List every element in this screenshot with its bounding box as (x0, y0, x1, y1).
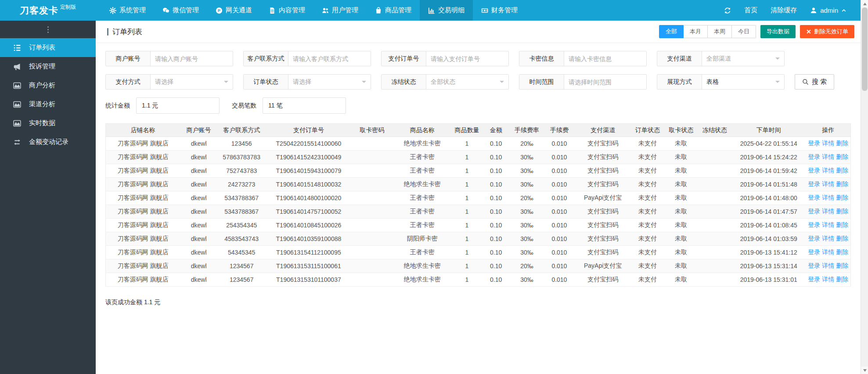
detail-link[interactable]: 详情 (822, 153, 834, 160)
scrollbar-down-arrow[interactable] (861, 367, 868, 374)
page-header: 订单列表 全部本月本周今日 导出数据 删除无效订单 (96, 21, 861, 43)
filter-time-range-label: 时间范围 (519, 75, 564, 89)
top-menu-finance[interactable]: 财务管理 (473, 0, 526, 21)
user-icon (810, 7, 817, 14)
range-tab-all[interactable]: 全部 (659, 25, 684, 38)
clear-cache-link[interactable]: 清除缓存 (771, 6, 797, 14)
login-link[interactable]: 登录 (808, 276, 820, 283)
cell-merchant: dkewl (180, 137, 217, 151)
sidebar-item-label: 渠道分析 (29, 100, 55, 108)
delete-link[interactable]: 删除 (836, 140, 848, 147)
cell-order_no: T190614010845100026 (266, 219, 351, 232)
delete-link[interactable]: 删除 (836, 276, 848, 283)
delete-link[interactable]: 删除 (836, 248, 848, 255)
delete-link[interactable]: 删除 (836, 208, 848, 215)
cell-shop: 刀客源码网 旗舰店 (106, 178, 180, 191)
area-chart-icon (13, 82, 21, 90)
detail-link[interactable]: 详情 (822, 194, 834, 201)
cell-order_status: 未支付 (631, 178, 664, 191)
login-link[interactable]: 登录 (808, 167, 820, 174)
login-link[interactable]: 登录 (808, 248, 820, 255)
sidebar-collapse-dots[interactable] (0, 21, 96, 38)
cell-merchant: dkewl (180, 259, 217, 273)
top-menu-trade[interactable]: 交易明细 (420, 0, 473, 21)
search-button[interactable]: 搜 索 (795, 74, 834, 90)
detail-link[interactable]: 详情 (822, 180, 834, 187)
payment-channel-select[interactable]: 全部渠道 (702, 51, 784, 66)
cell-shop: 刀客源码网 旗舰店 (106, 273, 180, 287)
order-status-select[interactable]: 请选择 (288, 75, 371, 89)
refresh-icon[interactable] (724, 7, 731, 14)
login-link[interactable]: 登录 (808, 140, 820, 147)
cell-card_code (351, 232, 392, 246)
scrollbar-thumb[interactable] (862, 7, 868, 91)
delete-link[interactable]: 删除 (836, 180, 848, 187)
freeze-status-select[interactable]: 全部状态 (426, 75, 508, 89)
sidebar-item-complaint[interactable]: 投诉管理 (0, 57, 96, 76)
time-range-input[interactable] (569, 79, 642, 86)
top-menu-gateway[interactable]: P网关通道 (207, 0, 260, 21)
top-menu-content[interactable]: 内容管理 (260, 0, 313, 21)
top-menu-goods[interactable]: 商品管理 (367, 0, 420, 21)
detail-link[interactable]: 详情 (822, 235, 834, 242)
cell-product: 王者卡密 (393, 205, 452, 219)
export-data-button[interactable]: 导出数据 (760, 25, 796, 38)
sidebar-item-merchant-analysis[interactable]: 商户分析 (0, 76, 96, 95)
sidebar-item-order-list[interactable]: 订单列表 (0, 38, 96, 57)
delete-invalid-orders-button[interactable]: 删除无效订单 (800, 25, 854, 38)
detail-link[interactable]: 详情 (822, 248, 834, 255)
sidebar-item-balance-log[interactable]: 金额变动记录 (0, 133, 96, 151)
login-link[interactable]: 登录 (808, 153, 820, 160)
detail-link[interactable]: 详情 (822, 221, 834, 228)
cell-card_status: 未取 (664, 191, 698, 205)
user-menu[interactable]: admin (810, 7, 846, 14)
card-info-input[interactable] (569, 55, 642, 62)
cell-time: 2019-06-13 15:31:14 (731, 259, 806, 273)
cell-channel: PayApi支付宝 (575, 191, 631, 205)
customer-contact-input[interactable] (293, 55, 366, 62)
cell-actions: 登录详情删除 (806, 246, 851, 259)
cell-qty: 1 (452, 151, 482, 164)
detail-link[interactable]: 详情 (822, 140, 834, 147)
filter-display-mode-label: 展现方式 (657, 75, 702, 89)
detail-link[interactable]: 详情 (822, 262, 834, 269)
display-mode-select[interactable]: 表格 (702, 75, 784, 89)
delete-link[interactable]: 删除 (836, 221, 848, 228)
detail-link[interactable]: 详情 (822, 167, 834, 174)
top-menu-wechat[interactable]: 微信管理 (154, 0, 207, 21)
login-link[interactable]: 登录 (808, 208, 820, 215)
caret-down-icon (224, 81, 228, 85)
delete-link[interactable]: 删除 (836, 262, 848, 269)
cell-channel: 支付宝扫码 (575, 205, 631, 219)
sidebar-item-realtime-data[interactable]: 实时数据 (0, 114, 96, 133)
delete-link[interactable]: 删除 (836, 153, 848, 160)
payment-method-select[interactable]: 请选择 (151, 75, 233, 89)
merchant-account-input[interactable] (155, 55, 228, 62)
detail-link[interactable]: 详情 (822, 276, 834, 283)
app-logo[interactable]: 刀客发卡 定制版 (0, 0, 96, 21)
detail-link[interactable]: 详情 (822, 208, 834, 215)
home-link[interactable]: 首页 (744, 6, 757, 14)
range-tab-month[interactable]: 本月 (684, 25, 708, 38)
cell-product: 王者卡密 (393, 219, 452, 232)
login-link[interactable]: 登录 (808, 180, 820, 187)
range-tab-week[interactable]: 本周 (708, 25, 732, 38)
login-link[interactable]: 登录 (808, 221, 820, 228)
login-link[interactable]: 登录 (808, 194, 820, 201)
sidebar-item-channel-analysis[interactable]: 渠道分析 (0, 95, 96, 114)
login-link[interactable]: 登录 (808, 235, 820, 242)
payment-order-no-input[interactable] (431, 55, 504, 62)
login-link[interactable]: 登录 (808, 262, 820, 269)
delete-link[interactable]: 删除 (836, 167, 848, 174)
filter-payment-channel-label: 支付渠道 (657, 51, 702, 66)
delete-link[interactable]: 删除 (836, 235, 848, 242)
delete-link[interactable]: 删除 (836, 194, 848, 201)
top-menu-user[interactable]: 用户管理 (313, 0, 367, 21)
browser-scrollbar[interactable] (861, 0, 868, 374)
top-menu-system[interactable]: 系统管理 (101, 0, 154, 21)
cell-card_status: 未取 (664, 246, 698, 259)
scrollbar-up-arrow[interactable] (861, 0, 868, 7)
cell-product: 王者卡密 (393, 151, 452, 164)
range-tab-today[interactable]: 今日 (732, 25, 756, 38)
cell-freeze_status (698, 232, 731, 246)
